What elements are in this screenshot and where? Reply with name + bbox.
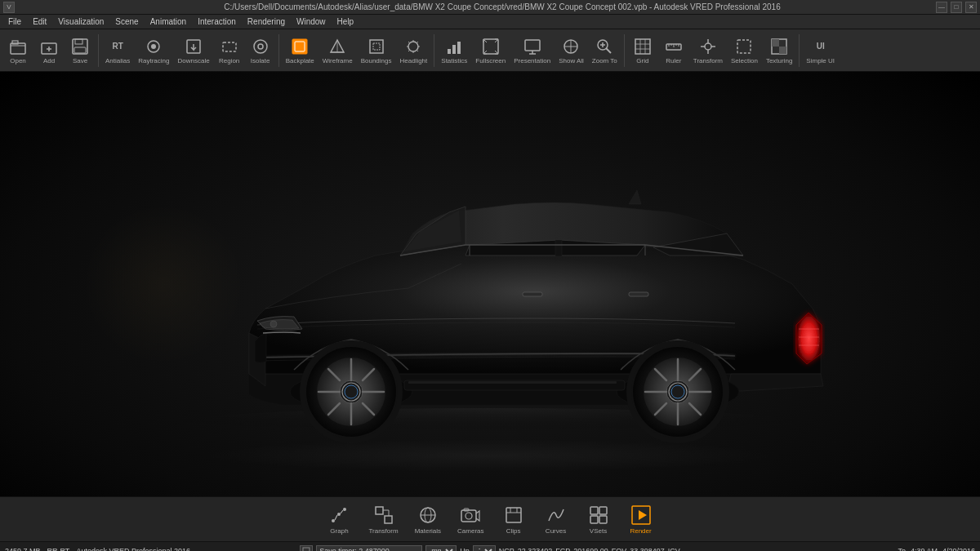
- toolbar-raytracing[interactable]: Raytracing: [135, 35, 172, 66]
- bottom-tool-vsets[interactable]: VSets: [581, 502, 617, 536]
- toolbar-statistics[interactable]: Statistics: [438, 35, 470, 66]
- menu-visualization[interactable]: Visualization: [53, 16, 109, 27]
- menu-scene[interactable]: Scene: [110, 16, 143, 27]
- antialias-label: Antialias: [105, 57, 130, 64]
- toolbar-selection[interactable]: Selection: [728, 35, 761, 66]
- downscale-label: Downscale: [178, 57, 210, 64]
- toolbar-presentation[interactable]: Presentation: [510, 35, 554, 66]
- svg-rect-12: [223, 42, 236, 51]
- selection-label: Selection: [731, 57, 758, 64]
- viewport[interactable]: [0, 72, 980, 496]
- svg-line-34: [606, 48, 611, 53]
- region-icon: [220, 37, 239, 56]
- bottom-transform-icon: [372, 504, 395, 527]
- menu-edit[interactable]: Edit: [28, 16, 51, 27]
- transform-label: Transform: [693, 57, 723, 64]
- toolbar-save[interactable]: Save: [65, 35, 95, 66]
- add-icon: [39, 37, 59, 56]
- svg-rect-118: [590, 516, 598, 523]
- toolbar-backplate[interactable]: Backplate: [283, 35, 318, 66]
- toolbar-zoom-to[interactable]: Zoom To: [589, 35, 621, 66]
- toolbar-isolate[interactable]: Isolate: [246, 35, 275, 66]
- toolbar-headlight[interactable]: Headlight: [396, 35, 430, 66]
- svg-rect-37: [635, 39, 650, 54]
- time-display: 4:39 AM: [911, 547, 938, 552]
- wireframe-icon: [327, 37, 347, 56]
- vsets-icon: [587, 504, 610, 527]
- up-select[interactable]: Z: [473, 545, 496, 552]
- bottom-tool-curves[interactable]: Curves: [538, 502, 574, 536]
- downscale-icon: [184, 37, 203, 56]
- toolbar-transform[interactable]: Transform: [690, 35, 726, 66]
- toolbar-antialias[interactable]: RT Antialias: [102, 35, 133, 66]
- texturing-icon: [769, 37, 789, 56]
- svg-point-13: [254, 40, 267, 53]
- fov-value: 33.398497: [630, 547, 665, 552]
- save-timer-field[interactable]: [316, 545, 422, 552]
- ruler-label: Ruler: [666, 57, 681, 64]
- bottom-tool-clips[interactable]: Clips: [496, 502, 532, 536]
- window-controls[interactable]: — □ ✕: [936, 2, 977, 13]
- toolbar-open[interactable]: Open: [3, 35, 33, 66]
- toolbar-fullscreen[interactable]: Fullscreen: [472, 35, 509, 66]
- transform-icon: [698, 37, 718, 56]
- simple-ui-label: Simple UI: [806, 57, 835, 64]
- toolbar-downscale[interactable]: Downscale: [175, 35, 213, 66]
- svg-rect-25: [457, 42, 461, 54]
- menu-help[interactable]: Help: [332, 16, 359, 27]
- bottom-tool-transform[interactable]: Transform: [363, 502, 403, 536]
- toolbar-texturing[interactable]: Texturing: [763, 35, 795, 66]
- svg-point-62: [802, 327, 815, 352]
- bottom-transform-label: Transform: [368, 527, 398, 535]
- menu-window[interactable]: Window: [292, 16, 331, 27]
- maximize-button[interactable]: □: [951, 2, 962, 13]
- svg-point-22: [408, 42, 418, 51]
- units-select[interactable]: mm: [425, 545, 457, 552]
- menu-rendering[interactable]: Rendering: [243, 16, 290, 27]
- grid-label: Grid: [636, 57, 648, 64]
- svg-rect-23: [448, 49, 451, 54]
- clips-label: Clips: [506, 527, 521, 535]
- grid-icon: [633, 37, 653, 56]
- svg-rect-103: [385, 516, 392, 523]
- svg-rect-55: [772, 39, 779, 47]
- clips-icon: [502, 504, 525, 527]
- svg-rect-102: [376, 507, 383, 514]
- toolbar-grid[interactable]: Grid: [628, 35, 657, 66]
- presentation-icon: [523, 37, 542, 56]
- toolbar-simple-ui[interactable]: UI Simple UI: [803, 35, 838, 66]
- toolbar-show-all[interactable]: Show All: [555, 35, 587, 66]
- selection-icon: [734, 37, 754, 56]
- toolbar-region[interactable]: Region: [215, 35, 244, 66]
- toolbar-ruler[interactable]: Ruler: [659, 35, 688, 66]
- toolbar-add[interactable]: Add: [34, 35, 64, 66]
- texturing-label: Texturing: [766, 57, 792, 64]
- svg-rect-27: [525, 40, 540, 51]
- svg-point-110: [466, 513, 472, 519]
- svg-rect-6: [75, 39, 82, 44]
- separator-5: [799, 34, 800, 67]
- menu-file[interactable]: File: [3, 16, 26, 27]
- bottom-tool-cameras[interactable]: Cameras: [452, 502, 488, 536]
- backplate-label: Backplate: [286, 57, 314, 64]
- boundings-icon: [367, 37, 386, 56]
- fcp-value: 201699.00: [573, 547, 608, 552]
- minimize-button[interactable]: —: [936, 2, 947, 13]
- close-button[interactable]: ✕: [965, 2, 977, 13]
- bottom-tool-graph[interactable]: Graph: [321, 502, 357, 536]
- svg-rect-60: [629, 292, 648, 296]
- svg-rect-21: [373, 43, 380, 50]
- svg-rect-7: [74, 47, 86, 53]
- backplate-icon: [290, 37, 310, 56]
- status-right: To 4:39 AM 4/20/2016: [687, 547, 975, 552]
- zoom-to-label: Zoom To: [592, 57, 617, 64]
- menu-interaction[interactable]: Interaction: [193, 16, 241, 27]
- toolbar-wireframe[interactable]: Wireframe: [319, 35, 356, 66]
- toolbar-boundings[interactable]: Boundings: [358, 35, 395, 66]
- status-bar: 2459.7 MB RR-RT Autodesk VRED Profession…: [0, 541, 980, 551]
- bottom-tool-materials[interactable]: Materials: [410, 502, 446, 536]
- bottom-tool-render[interactable]: Render: [623, 502, 659, 536]
- svg-rect-20: [370, 40, 383, 53]
- menu-animation[interactable]: Animation: [145, 16, 191, 27]
- add-label: Add: [43, 57, 55, 64]
